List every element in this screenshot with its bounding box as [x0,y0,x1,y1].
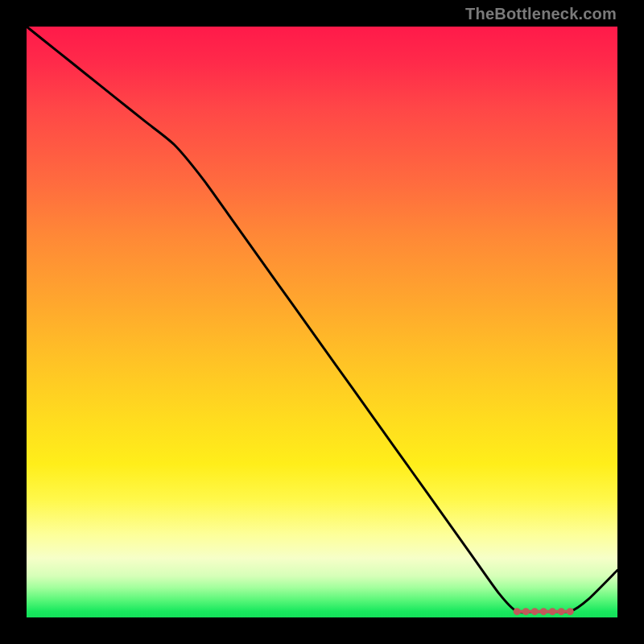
chart-svg [27,27,617,617]
plot-area [27,27,617,617]
attribution-label: TheBottleneck.com [465,5,617,23]
chart-frame: TheBottleneck.com [0,0,644,644]
chart-line [27,27,617,613]
